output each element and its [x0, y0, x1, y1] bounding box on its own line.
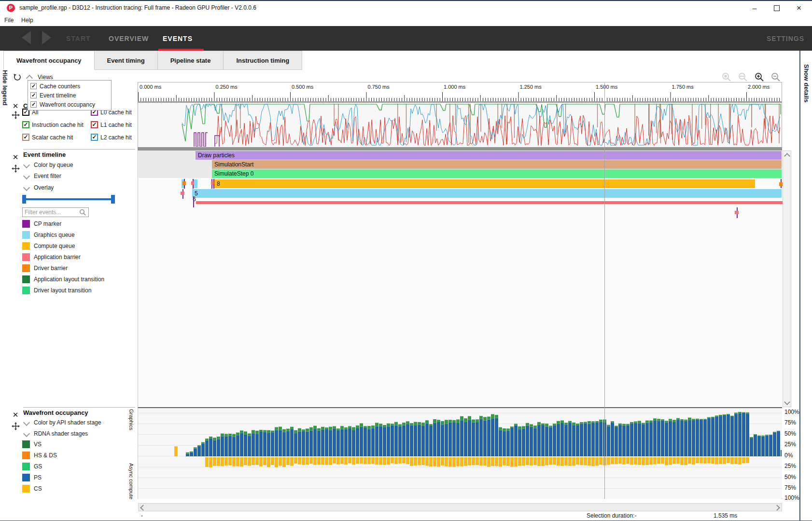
scroll-down-icon[interactable]: [784, 399, 790, 405]
colored-checkbox[interactable]: ✓: [91, 134, 98, 141]
colored-checkbox[interactable]: ✓: [22, 134, 29, 141]
window-title: sample_profile.rgp - D3D12 - Instruction…: [19, 4, 256, 11]
colored-checkbox[interactable]: ✓: [91, 121, 98, 128]
graphics-axis-label: Graphics: [128, 409, 134, 430]
barrier-marker[interactable]: [181, 192, 184, 195]
wavefront-heading: Wavefront occupancy: [23, 409, 88, 416]
tab-pipeline-state[interactable]: Pipeline state: [158, 51, 224, 70]
event-bar-3[interactable]: 8: [214, 179, 755, 188]
wavefront-move-icon[interactable]: [12, 422, 20, 430]
wavefront-close-icon[interactable]: ✕: [12, 411, 19, 419]
scroll-up-icon[interactable]: [784, 153, 790, 159]
legend-swatch: [22, 287, 30, 294]
legend-label: Application barrier: [34, 254, 81, 260]
menu-file[interactable]: File: [4, 17, 14, 24]
collapsible-overlay[interactable]: Overlay: [24, 184, 140, 191]
barrier-marker[interactable]: [779, 182, 783, 186]
collapsible-label: Color by API shader stage: [34, 419, 101, 426]
event-bar-2[interactable]: SimulateStep 0: [212, 169, 782, 178]
zoom-to-selection-icon[interactable]: [722, 72, 731, 82]
event-bar-0[interactable]: Draw particles: [196, 151, 782, 160]
tab-event-timing[interactable]: Event timing: [95, 51, 158, 70]
timeline-range-slider[interactable]: [22, 194, 115, 204]
zoom-in-icon[interactable]: [755, 72, 764, 82]
zoom-reset-icon[interactable]: [738, 72, 748, 82]
undo-icon[interactable]: [13, 73, 21, 82]
collapsible-color-by-api-shader-stage[interactable]: Color by API shader stage: [24, 419, 140, 426]
horizontal-scrollbar[interactable]: [138, 503, 782, 511]
chevron-down-icon: [23, 173, 30, 179]
close-button[interactable]: ×: [791, 3, 807, 14]
maximize-button[interactable]: [769, 3, 785, 14]
collapsible-event-filter[interactable]: Event filter: [24, 173, 140, 179]
cache-counter-scalar-cache-hit[interactable]: ✓Scalar cache hit: [22, 134, 73, 141]
zoom-toolbar: [722, 72, 781, 82]
event-timeline-move-icon[interactable]: [12, 165, 20, 173]
nav-events[interactable]: EVENTS: [163, 35, 193, 42]
nav-settings[interactable]: SETTINGS: [767, 35, 804, 42]
minimize-button[interactable]: –: [746, 3, 763, 14]
cache-counters-chart[interactable]: [138, 101, 782, 147]
event-timeline-panel[interactable]: Draw particlesSimulationStartSimulateSte…: [138, 151, 782, 407]
cache-counter-instruction-cache-hit[interactable]: ✓Instruction cache hit: [22, 121, 84, 128]
async-compute-axis-label: Async compute: [128, 463, 134, 499]
cache-counter-l2-cache-hit[interactable]: ✓L2 cache hit: [91, 134, 132, 141]
cache-counter-l1-cache-hit[interactable]: ✓L1 cache hit: [91, 121, 132, 128]
check-icon: ✓: [31, 102, 36, 107]
zoom-out-icon[interactable]: [771, 72, 781, 82]
occupancy-axis-label: 75%: [784, 419, 796, 426]
occupancy-chart[interactable]: [138, 407, 782, 499]
scroll-left-icon[interactable]: [140, 505, 146, 511]
scroll-right-icon[interactable]: [774, 505, 780, 511]
status-left: -: [141, 512, 143, 519]
tab-wavefront-occupancy[interactable]: Wavefront occupancy: [3, 51, 95, 70]
slider-handle-right[interactable]: [111, 195, 115, 204]
tab-instruction-timing[interactable]: Instruction timing: [224, 51, 302, 70]
views-label[interactable]: Views: [38, 74, 53, 81]
legend-item-gs: GS: [22, 463, 136, 470]
show-details-rail[interactable]: Show details: [799, 51, 812, 521]
barrier-marker[interactable]: [735, 211, 739, 214]
barrier-marker[interactable]: [211, 181, 214, 185]
checkbox[interactable]: ✓: [30, 92, 37, 98]
collapsible-rdna-shader-stages[interactable]: RDNA shader stages: [24, 430, 140, 437]
legend-swatch: [22, 231, 30, 239]
event-timeline-scrollbar[interactable]: [783, 151, 791, 407]
divider: [23, 149, 135, 150]
legend-item-compute-queue: Compute queue: [22, 242, 136, 250]
tab-strip: Wavefront occupancyEvent timingPipeline …: [3, 51, 302, 70]
barrier-marker[interactable]: [182, 181, 186, 185]
views-option-wavefront-occupancy[interactable]: ✓Wavefront occupancy: [28, 100, 111, 109]
checkbox[interactable]: ✓: [30, 83, 37, 89]
nav-start[interactable]: START: [66, 35, 91, 42]
colored-checkbox[interactable]: ✓: [22, 121, 29, 128]
horizontal-splitter[interactable]: [138, 147, 782, 151]
legend-label: Driver layout transition: [34, 287, 91, 294]
cache-counter-label: L1 cache hit: [100, 122, 132, 128]
views-option-cache-counters[interactable]: ✓Cache counters: [28, 82, 111, 91]
occupancy-axis-label: 25%: [784, 441, 796, 448]
legend-item-application-barrier: Application barrier: [22, 253, 136, 261]
status-bar: - Selection duration:- 1.535 ms: [0, 511, 812, 521]
slider-handle-left[interactable]: [22, 195, 26, 204]
legend-label: Compute queue: [34, 243, 75, 249]
views-option-event-timeline[interactable]: ✓Event timeline: [28, 91, 111, 100]
forward-arrow-icon[interactable]: [42, 31, 51, 44]
collapsible-color-by-queue[interactable]: Color by queue: [24, 162, 140, 168]
checkbox[interactable]: ✓: [30, 101, 37, 108]
event-bar-1[interactable]: SimulationStart: [212, 160, 782, 169]
back-arrow-icon[interactable]: [22, 31, 31, 44]
hide-legend-rail[interactable]: Hide legend: [0, 70, 12, 521]
event-bar-4[interactable]: 5: [192, 189, 782, 198]
event-timeline-close-icon[interactable]: ✕: [12, 153, 19, 162]
filter-events-box: [22, 207, 89, 217]
cp-marker-line[interactable]: [193, 196, 194, 207]
selection-duration-label: Selection duration:-: [587, 512, 636, 519]
barrier-marker[interactable]: [191, 181, 194, 185]
time-ruler[interactable]: 0.000 ms0.250 ms0.500 ms0.750 ms1.000 ms…: [138, 82, 782, 101]
title-bar: P sample_profile.rgp - D3D12 - Instructi…: [0, 1, 812, 15]
legend-item-graphics-queue: Graphics queue: [22, 231, 136, 239]
menu-help[interactable]: Help: [21, 17, 33, 24]
event-bar-5[interactable]: [196, 201, 783, 204]
nav-overview[interactable]: OVERVIEW: [109, 35, 149, 42]
